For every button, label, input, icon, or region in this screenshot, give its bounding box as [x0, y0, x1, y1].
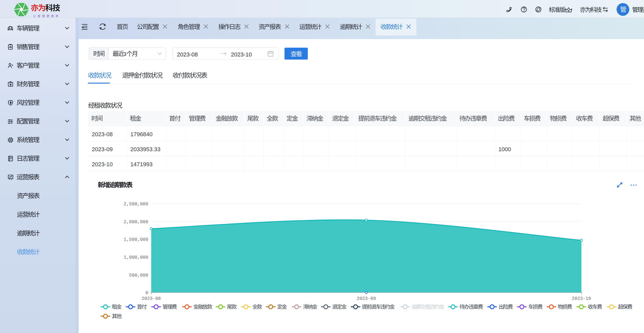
- svg-text:1796840: 1796840: [130, 131, 153, 137]
- svg-text:2023-08: 2023-08: [142, 296, 161, 301]
- svg-text:1471993: 1471993: [130, 161, 153, 168]
- svg-text:2023-09: 2023-09: [357, 296, 376, 301]
- svg-text:1,500,000: 1,500,000: [124, 237, 148, 242]
- svg-text:0: 0: [145, 290, 148, 295]
- svg-text:2023-08: 2023-08: [92, 131, 113, 137]
- svg-text:2023-10: 2023-10: [572, 296, 591, 301]
- svg-text:2023-10: 2023-10: [231, 51, 252, 58]
- svg-text:2033953.33: 2033953.33: [130, 146, 160, 153]
- svg-text:500,000: 500,000: [129, 273, 148, 278]
- svg-text:2023-09: 2023-09: [92, 146, 113, 153]
- svg-text:2023-08: 2023-08: [177, 51, 198, 58]
- svg-text:3: 3: [123, 51, 126, 57]
- svg-text:2,000,000: 2,000,000: [124, 219, 148, 225]
- svg-text:1000: 1000: [498, 146, 511, 153]
- svg-text:2023-10: 2023-10: [92, 161, 113, 168]
- svg-text:2,500,000: 2,500,000: [124, 201, 148, 207]
- svg-text:1,000,000: 1,000,000: [124, 255, 148, 260]
